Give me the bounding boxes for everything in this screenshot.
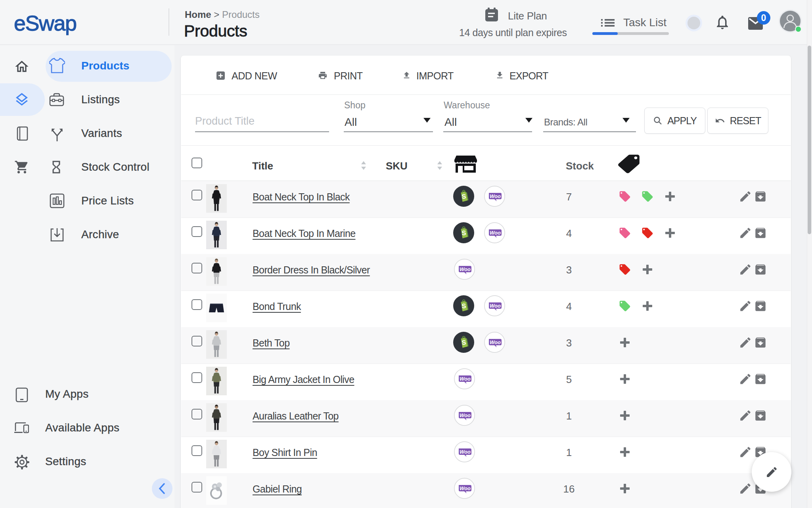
svg-text:Woo: Woo xyxy=(460,485,471,491)
svg-text:Woo: Woo xyxy=(490,230,501,236)
svg-text:Woo: Woo xyxy=(460,412,471,418)
svg-text:Woo: Woo xyxy=(460,266,471,272)
svg-text:Woo: Woo xyxy=(460,449,471,455)
svg-text:Woo: Woo xyxy=(490,193,501,199)
svg-text:S: S xyxy=(462,339,466,346)
svg-text:S: S xyxy=(462,193,466,200)
svg-text:Woo: Woo xyxy=(490,303,501,309)
svg-text:S: S xyxy=(462,229,466,237)
svg-text:Woo: Woo xyxy=(460,376,471,382)
svg-text:Woo: Woo xyxy=(490,339,501,345)
svg-text:S: S xyxy=(462,302,466,310)
